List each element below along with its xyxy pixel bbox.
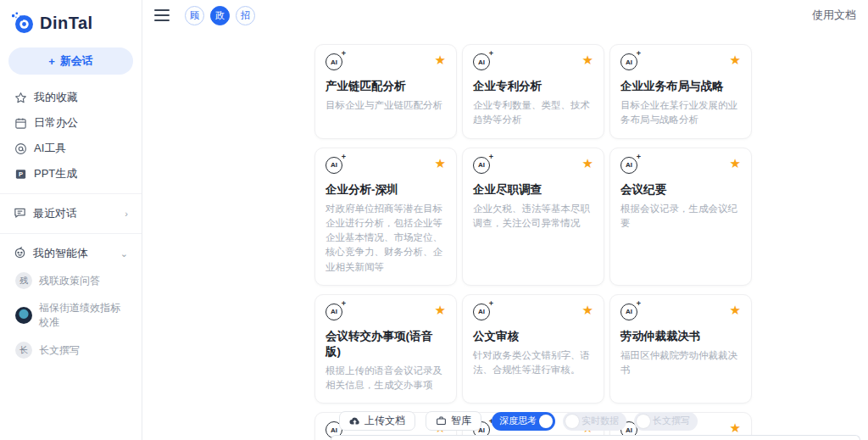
agent-card[interactable]: AI+ ★ 企业专利分析 企业专利数量、类型、技术趋势等分析 (462, 44, 604, 139)
feature-toggle[interactable]: 长文撰写 (634, 412, 698, 431)
agent-list-item[interactable]: 福保街道绩效指标校准 (0, 295, 142, 336)
card-description: 根据会议记录，生成会议纪要 (620, 202, 741, 231)
sidebar-menu-item[interactable]: 我的收藏 (0, 85, 142, 110)
agent-card[interactable]: AI+ ★ 企业业务布局与战略 目标企业在某行业发展的业务布局与战略分析 (609, 44, 752, 139)
topbar: 顾 政 招 使用文档 (142, 0, 868, 31)
favorite-star-icon[interactable]: ★ (435, 157, 446, 170)
favorite-star-icon[interactable]: ★ (582, 157, 593, 170)
favorite-star-icon[interactable]: ★ (435, 53, 446, 66)
my-agents-label: 我的智能体 (33, 246, 88, 261)
recent-chats-label: 最近对话 (33, 206, 77, 221)
briefcase-icon (436, 415, 447, 426)
card-description: 目标企业在某行业发展的业务布局与战略分析 (620, 98, 741, 128)
toggle-group: 深度思考 实时数据 长文撰写 (492, 412, 698, 431)
sidebar-item-recent-chats[interactable]: 最近对话 › (0, 201, 142, 226)
card-title: 企业尽职调查 (473, 182, 593, 198)
card-description: 企业专利数量、类型、技术趋势等分析 (473, 98, 593, 128)
agent-card[interactable]: AI+ ★ 会议纪要 根据会议记录，生成会议纪要 (609, 148, 752, 286)
new-chat-label: 新会话 (60, 53, 93, 69)
toggle-knob-icon (565, 415, 579, 428)
card-description: 对政府单位招商等潜在目标企业进行分析，包括企业等企业基本情况、市场定位、核心竞争… (326, 202, 446, 275)
toggle-label: 实时数据 (581, 415, 619, 427)
card-title: 会议转交办事项(语音版) (326, 329, 446, 359)
agent-card[interactable]: AI+ ★ 公文审核 针对政务类公文错别字、语法、合规性等进行审核。 (462, 294, 604, 404)
agent-label: 长文撰写 (39, 343, 80, 358)
workspace-tabs: 顾 政 招 (185, 6, 255, 25)
upload-cloud-icon (349, 415, 360, 426)
agent-list-item[interactable]: 长 长文撰写 (0, 336, 142, 365)
card-description: 目标企业与产业链匹配分析 (326, 98, 446, 113)
card-title: 企业分析-深圳 (326, 182, 446, 198)
card-title: 劳动仲裁裁决书 (620, 329, 741, 344)
ai-badge-icon: AI+ (473, 304, 492, 322)
favorite-star-icon[interactable]: ★ (435, 304, 446, 316)
agent-avatar: 残 (15, 272, 32, 289)
knowledge-base-label: 智库 (451, 414, 471, 428)
agent-label: 福保街道绩效指标校准 (39, 301, 128, 330)
composer-toolbar: 上传文档 智库 深度思考 (331, 411, 860, 431)
toggle-label: 深度思考 (499, 415, 537, 427)
agent-avatar: 长 (15, 342, 32, 359)
sidebar-divider (0, 233, 142, 234)
favorite-star-icon[interactable]: ★ (582, 304, 593, 316)
svg-text:P: P (18, 170, 22, 178)
sidebar-menu-item[interactable]: P PPT生成 (0, 161, 142, 187)
sidebar-item-my-agents[interactable]: 我的智能体 ⌄ (0, 241, 142, 266)
brand-name: DinTal (40, 14, 93, 33)
sidebar-menu-label: PPT生成 (34, 166, 77, 181)
toggle-label: 长文撰写 (653, 415, 690, 427)
main-area: 顾 政 招 使用文档 AI+ ★ 产业链匹配分析 (142, 0, 868, 440)
agent-card[interactable]: AI+ ★ 劳动仲裁裁决书 福田区仲裁院劳动仲裁裁决书 (609, 294, 752, 404)
knowledge-base-button[interactable]: 智库 (426, 411, 481, 431)
feature-toggle[interactable]: 实时数据 (563, 412, 626, 431)
feature-toggle[interactable]: 深度思考 (492, 412, 555, 431)
usage-docs-link[interactable]: 使用文档 (812, 8, 856, 23)
favorite-star-icon[interactable]: ★ (730, 53, 741, 66)
slides-icon: P (14, 167, 27, 181)
chevron-right-icon: › (125, 209, 128, 219)
card-description: 针对政务类公文错别字、语法、合规性等进行审核。 (473, 348, 593, 378)
sidebar: DinTal + 新会话 我的收藏 日常办公 AI工具 (0, 0, 142, 440)
sidebar-menu-label: 日常办公 (34, 115, 78, 131)
star-icon (14, 91, 27, 104)
workspace-tab[interactable]: 顾 (185, 6, 204, 25)
workspace-tab[interactable]: 招 (236, 6, 255, 25)
agent-card[interactable]: AI+ ★ 企业分析-深圳 对政府单位招商等潜在目标企业进行分析，包括企业等企业… (314, 148, 457, 286)
sidebar-menu-label: 我的收藏 (34, 90, 78, 105)
ai-badge-icon: AI+ (326, 304, 344, 322)
agent-list-item[interactable]: 残 残联政策问答 (0, 266, 142, 295)
agent-card[interactable]: AI+ ★ 产业链匹配分析 目标企业与产业链匹配分析 (314, 44, 457, 139)
sidebar-menu-item[interactable]: AI工具 (0, 136, 142, 161)
toggle-knob-icon (539, 415, 553, 428)
card-title: 企业专利分析 (473, 79, 593, 94)
menu-toggle-icon[interactable] (154, 9, 170, 21)
plus-icon: + (48, 55, 55, 68)
card-title: 会议纪要 (620, 182, 741, 198)
card-description: 根据上传的语音会议记录及相关信息，生成交办事项 (326, 364, 446, 393)
ai-badge-icon: AI+ (620, 53, 639, 72)
app-window: DinTal + 新会话 我的收藏 日常办公 AI工具 (0, 0, 868, 440)
sidebar-menu-item[interactable]: 日常办公 (0, 110, 142, 136)
agent-list: 残 残联政策问答 福保街道绩效指标校准 长 长文撰写 (0, 266, 142, 365)
composer: 上传文档 智库 深度思考 (331, 411, 860, 440)
brand-logo: DinTal (0, 8, 142, 46)
new-chat-button[interactable]: + 新会话 (8, 47, 133, 75)
calendar-icon (14, 116, 27, 130)
favorite-star-icon[interactable]: ★ (730, 304, 741, 316)
at-icon (14, 142, 27, 155)
favorite-star-icon[interactable]: ★ (730, 157, 741, 170)
agent-card[interactable]: AI+ ★ 企业尽职调查 企业欠税、违法等基本尽职调查，关注公司异常情况 (462, 148, 604, 286)
sidebar-menu: 我的收藏 日常办公 AI工具 P PPT生成 (0, 85, 142, 187)
upload-document-button[interactable]: 上传文档 (339, 411, 415, 431)
agent-card[interactable]: AI+ ★ 会议转交办事项(语音版) 根据上传的语音会议记录及相关信息，生成交办… (314, 294, 457, 404)
robot-icon (14, 246, 26, 261)
ai-badge-icon: AI+ (326, 157, 344, 175)
workspace-tab[interactable]: 政 (210, 6, 230, 25)
card-description: 福田区仲裁院劳动仲裁裁决书 (620, 348, 741, 378)
favorite-star-icon[interactable]: ★ (582, 53, 593, 66)
card-title: 公文审核 (473, 329, 593, 344)
ai-badge-icon: AI+ (620, 304, 639, 322)
ai-badge-icon: AI+ (473, 53, 492, 72)
sidebar-menu-label: AI工具 (34, 141, 66, 156)
message-input[interactable] (331, 435, 860, 440)
